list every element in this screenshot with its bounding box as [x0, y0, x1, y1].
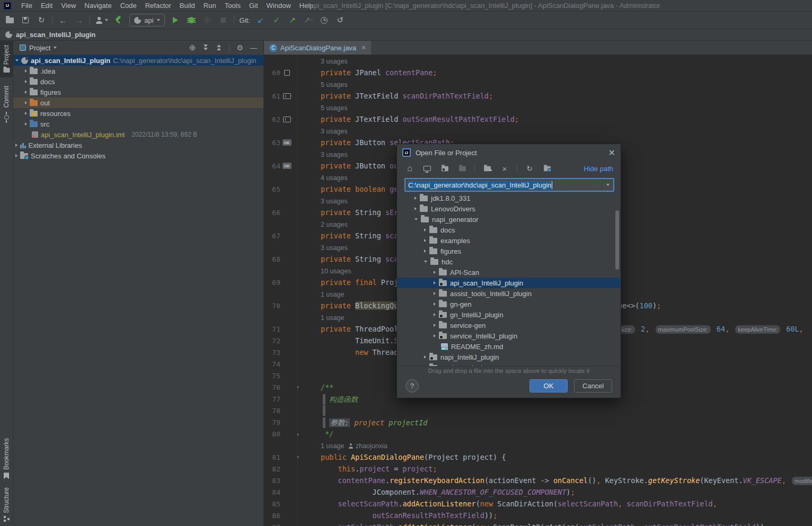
dialog-tree-scrollbar[interactable]: [615, 210, 619, 270]
chevron-right-icon[interactable]: [414, 207, 417, 210]
git-rollback-button[interactable]: ↺: [335, 15, 346, 25]
tree-row-scratches-and-consoles[interactable]: Scratches and Consoles: [13, 150, 263, 161]
code-line-87[interactable]: 87 outSelectPath.addActionListener(new S…: [264, 521, 812, 526]
git-commit-button[interactable]: ✓: [271, 15, 282, 25]
git-push-button[interactable]: ↗: [287, 15, 298, 25]
menu-navigate[interactable]: Navigate: [80, 2, 116, 10]
run-button[interactable]: [170, 15, 181, 25]
chevron-right-icon[interactable]: [434, 271, 436, 274]
stop-button[interactable]: [218, 15, 228, 25]
menu-tools[interactable]: Tools: [220, 2, 245, 10]
chevron-right-icon[interactable]: [15, 144, 17, 147]
code-line-61[interactable]: 61private JTextField scanDirPathTextFiel…: [264, 90, 812, 102]
desktop-directory-button[interactable]: [422, 163, 433, 174]
delete-button[interactable]: ×: [499, 163, 510, 174]
hide-panel-button[interactable]: —: [250, 44, 257, 52]
project-view-select[interactable]: Project: [29, 44, 50, 52]
profiler-button[interactable]: [202, 15, 213, 25]
dialog-tree-row-hdc[interactable]: hdc: [398, 256, 620, 267]
chevron-right-icon[interactable]: [434, 324, 436, 327]
new-folder-button[interactable]: +: [482, 163, 492, 174]
code-inlay-line[interactable]: 3 usages: [264, 125, 812, 137]
build-button[interactable]: [113, 15, 124, 25]
chevron-right-icon[interactable]: [424, 239, 426, 242]
dialog-tree-row-napi-vs-plugin[interactable]: napi_vs_plugin: [398, 362, 620, 367]
dialog-tree-row-service-gen[interactable]: service-gen: [398, 320, 620, 331]
dialog-tree-row-readme-zh-md[interactable]: README_zh.md: [398, 341, 620, 352]
chevron-right-icon[interactable]: [25, 80, 27, 83]
debug-button[interactable]: [186, 15, 197, 25]
expand-all-button[interactable]: [202, 44, 209, 51]
dialog-close-icon[interactable]: ✕: [608, 148, 615, 158]
dialog-tree-row-assist-tools-intellij-plugin[interactable]: assist_tools_IntelliJ_plugin: [398, 288, 620, 299]
chevron-right-icon[interactable]: [414, 197, 417, 200]
back-button[interactable]: ←: [58, 15, 68, 25]
tree-row-out[interactable]: out: [13, 97, 263, 108]
code-inlay-line[interactable]: 5 usages: [264, 78, 812, 90]
refresh-button[interactable]: ↻: [524, 163, 535, 174]
stripe-tab-bookmarks[interactable]: Bookmarks: [0, 434, 13, 483]
code-line-85[interactable]: 85 selectScanPath.addActionListener(new …: [264, 498, 812, 510]
chevron-right-icon[interactable]: [434, 302, 436, 306]
code-inlay-line[interactable]: 5 usages: [264, 102, 812, 113]
chevron-down-icon[interactable]: [414, 218, 418, 220]
path-dropdown-button[interactable]: [602, 179, 613, 191]
git-history-button[interactable]: [319, 15, 330, 25]
code-inlay-line[interactable]: 1 usage zhaojunxia: [264, 440, 812, 451]
tab-apiscandialogpane[interactable]: C ApiScanDialogPane.java ×: [264, 41, 371, 55]
tree-row-src[interactable]: src: [13, 119, 263, 129]
code-line-78[interactable]: 78: [264, 405, 812, 416]
stripe-tab-project[interactable]: Project: [0, 41, 13, 77]
dialog-tree-row-napi-intellij-plugin[interactable]: napi_IntelliJ_plugin: [398, 352, 620, 362]
save-button[interactable]: [20, 15, 31, 25]
chevron-right-icon[interactable]: [434, 313, 436, 316]
fold-marker-icon[interactable]: ▾: [293, 454, 303, 460]
code-line-86[interactable]: 86 outScanResultPathTextField));: [264, 510, 812, 521]
chevron-right-icon[interactable]: [424, 355, 426, 359]
hide-path-link[interactable]: Hide path: [584, 165, 613, 173]
dialog-tree-row-figures[interactable]: figures: [398, 246, 620, 256]
menu-code[interactable]: Code: [116, 2, 141, 10]
menu-build[interactable]: Build: [175, 2, 199, 10]
tree-row-api-scan-intellij-plugin-iml[interactable]: api_scan_IntelliJ_plugin.iml2022/11/8 13…: [13, 129, 263, 140]
path-input[interactable]: C:\napi_generator\hdc\api_scan_IntelliJ_…: [404, 178, 614, 192]
forward-button[interactable]: →: [74, 15, 84, 25]
chevron-down-icon[interactable]: [54, 47, 57, 49]
chevron-right-icon[interactable]: [424, 228, 426, 231]
chevron-right-icon[interactable]: [25, 112, 27, 115]
profile-menu-button[interactable]: [95, 15, 108, 25]
run-configuration-select[interactable]: api: [129, 14, 164, 26]
locate-file-button[interactable]: ⊕: [189, 43, 196, 52]
home-directory-button[interactable]: ⌂: [404, 163, 415, 174]
chevron-down-icon[interactable]: [424, 261, 427, 263]
module-directory-button[interactable]: [457, 163, 467, 174]
chevron-right-icon[interactable]: [434, 334, 436, 337]
fold-marker-icon[interactable]: ▴: [293, 431, 303, 436]
chevron-right-icon[interactable]: [424, 249, 426, 253]
code-line-62[interactable]: 62private JTextField outScanResultPathTe…: [264, 113, 812, 125]
code-line-79[interactable]: 79参数: project projectId: [264, 416, 812, 428]
chevron-down-icon[interactable]: [15, 59, 19, 61]
code-line-84[interactable]: 84 JComponent.WHEN_ANCESTOR_OF_FOCUSED_C…: [264, 486, 812, 498]
code-line-82[interactable]: 82 this.project = project;: [264, 463, 812, 475]
code-line-83[interactable]: 83 contentPane.registerKeyboardAction(ac…: [264, 475, 812, 486]
tree-row-docs[interactable]: docs: [13, 76, 263, 87]
git-cherry-pick-button[interactable]: ↗+: [303, 15, 314, 25]
stripe-tab-commit[interactable]: Commit: [0, 82, 13, 128]
collapse-all-button[interactable]: [216, 44, 222, 51]
menu-git[interactable]: Git: [245, 2, 262, 10]
dialog-tree-row-examples[interactable]: examples: [398, 235, 620, 246]
menu-edit[interactable]: Edit: [37, 2, 57, 10]
code-inlay-line[interactable]: 3 usages: [264, 55, 812, 67]
open-button[interactable]: [4, 15, 15, 25]
chevron-right-icon[interactable]: [424, 366, 426, 367]
dialog-tree-row-jdk1-8-0-331[interactable]: jdk1.8.0_331: [398, 193, 620, 203]
menu-run[interactable]: Run: [199, 2, 220, 10]
code-line-81[interactable]: 81▾public ApiScanDialogPane(Project proj…: [264, 451, 812, 463]
project-directory-button[interactable]: [439, 163, 450, 174]
code-line-80[interactable]: 80▴ */: [264, 428, 812, 440]
ok-button[interactable]: OK: [529, 379, 568, 393]
chevron-right-icon[interactable]: [25, 101, 27, 104]
tree-row-figures[interactable]: figures: [13, 87, 263, 97]
tree-row--idea[interactable]: .idea: [13, 66, 263, 76]
